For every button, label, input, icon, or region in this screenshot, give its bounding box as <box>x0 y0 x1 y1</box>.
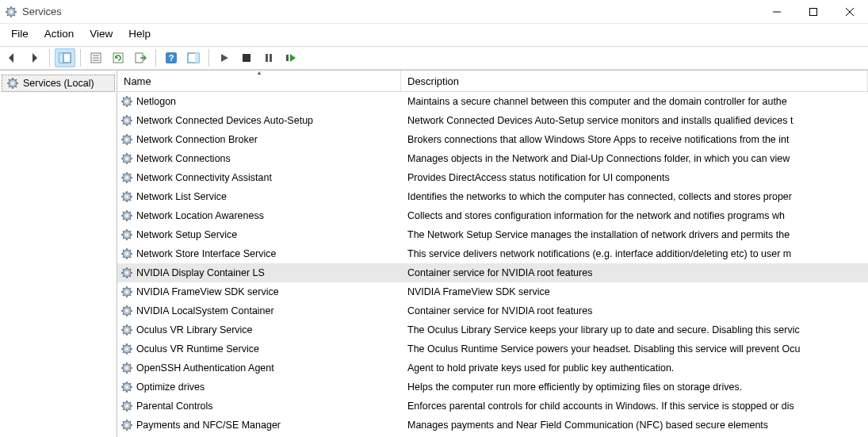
column-header-name[interactable]: ▴ Name <box>117 71 401 91</box>
show-hide-action-pane-button[interactable] <box>183 48 204 67</box>
service-row[interactable]: NetlogonMaintains a secure channel betwe… <box>117 92 868 111</box>
menu-file[interactable]: File <box>3 24 36 46</box>
toolbar: ? <box>0 46 868 70</box>
gear-icon <box>120 133 133 146</box>
service-description: Agent to hold private keys used for publ… <box>401 362 868 374</box>
service-row[interactable]: NVIDIA LocalSystem ContainerContainer se… <box>117 301 868 320</box>
service-name: Network Connectivity Assistant <box>136 172 272 183</box>
service-name: Network Connected Devices Auto-Setup <box>136 115 313 126</box>
service-description: Network Connected Devices Auto-Setup ser… <box>401 115 868 126</box>
column-header-description[interactable]: Description <box>401 71 868 91</box>
service-name: Network Setup Service <box>136 229 237 240</box>
titlebar: Services <box>0 0 868 24</box>
service-description: Manages payments and Near Field Communic… <box>401 420 868 431</box>
service-name: OpenSSH Authentication Agent <box>136 362 274 374</box>
app-gear-icon <box>5 6 17 18</box>
service-row[interactable]: Payments and NFC/SE ManagerManages payme… <box>117 416 868 435</box>
service-row[interactable]: Optimize drivesHelps the computer run mo… <box>117 378 868 397</box>
service-description: The Oculus Library Service keeps your li… <box>401 324 868 335</box>
service-description: The Oculus Runtime Service powers your h… <box>401 343 868 355</box>
service-row[interactable]: Oculus VR Library ServiceThe Oculus Libr… <box>117 320 868 339</box>
service-row[interactable]: Oculus VR Runtime ServiceThe Oculus Runt… <box>117 339 868 358</box>
gear-icon <box>120 343 133 355</box>
gear-icon <box>120 400 133 412</box>
gear-icon <box>120 95 133 108</box>
pause-svc-button[interactable] <box>258 48 279 67</box>
tree-item-services-local[interactable]: Services (Local) <box>2 75 115 92</box>
help-button[interactable]: ? <box>161 48 182 67</box>
service-row[interactable]: Network Connectivity AssistantProvides D… <box>117 168 868 187</box>
service-name: Network Location Awareness <box>136 210 264 221</box>
service-row[interactable]: NVIDIA Display Container LSContainer ser… <box>117 263 868 282</box>
menu-help[interactable]: Help <box>120 24 159 46</box>
restart-svc-button[interactable] <box>281 48 301 67</box>
stop-svc-button[interactable] <box>236 48 257 67</box>
svg-text:?: ? <box>169 53 174 63</box>
service-name: NVIDIA LocalSystem Container <box>136 305 274 316</box>
svg-rect-26 <box>195 53 199 63</box>
close-button[interactable] <box>832 0 868 23</box>
service-description: Maintains a secure channel between this … <box>401 96 868 107</box>
sort-asc-icon: ▴ <box>258 71 261 76</box>
service-list[interactable]: NetlogonMaintains a secure channel betwe… <box>117 92 868 437</box>
service-description: Provides DirectAccess status notificatio… <box>401 172 868 183</box>
gear-icon <box>120 190 133 203</box>
service-name: NVIDIA FrameView SDK service <box>136 286 279 297</box>
service-row[interactable]: Network Connection BrokerBrokers connect… <box>117 130 868 149</box>
gear-icon <box>120 381 133 393</box>
menu-action[interactable]: Action <box>36 24 82 46</box>
service-row[interactable]: Parental ControlsEnforces parental contr… <box>117 397 868 416</box>
service-description: Collects and stores configuration inform… <box>401 210 868 221</box>
menubar: File Action View Help <box>0 24 868 46</box>
gear-icon <box>120 305 133 317</box>
service-description: Enforces parental controls for child acc… <box>401 401 868 412</box>
service-row[interactable]: Network ConnectionsManages objects in th… <box>117 149 868 168</box>
gear-icon <box>120 152 133 165</box>
svg-rect-29 <box>270 54 272 62</box>
service-name: Network List Service <box>136 191 227 202</box>
svg-rect-15 <box>59 53 63 63</box>
service-description: The Network Setup Service manages the in… <box>401 229 868 240</box>
minimize-button[interactable] <box>759 0 795 23</box>
forward-button[interactable] <box>24 48 44 67</box>
svg-rect-11 <box>810 8 817 15</box>
service-name: Network Connection Broker <box>136 134 258 145</box>
properties-button[interactable] <box>86 48 106 67</box>
list-header: ▴ Name Description <box>117 71 868 92</box>
gear-icon <box>120 114 133 127</box>
svg-rect-28 <box>266 54 268 62</box>
service-row[interactable]: NVIDIA FrameView SDK serviceNVIDIA Frame… <box>117 282 868 301</box>
service-name: Netlogon <box>136 96 176 107</box>
service-row[interactable]: Network Connected Devices Auto-SetupNetw… <box>117 111 868 130</box>
refresh-button[interactable] <box>108 48 128 67</box>
service-description: This service delivers network notificati… <box>401 248 868 259</box>
service-name: Oculus VR Runtime Service <box>136 343 259 355</box>
maximize-button[interactable] <box>795 0 832 23</box>
service-row[interactable]: Network Setup ServiceThe Network Setup S… <box>117 225 868 244</box>
back-button[interactable] <box>2 48 22 67</box>
svg-rect-27 <box>243 54 250 62</box>
show-hide-tree-button[interactable] <box>55 48 75 67</box>
gear-icon <box>6 77 19 90</box>
service-row[interactable]: Network List ServiceIdentifies the netwo… <box>117 187 868 206</box>
service-row[interactable]: Network Location AwarenessCollects and s… <box>117 206 868 225</box>
gear-icon <box>120 228 133 241</box>
export-list-button[interactable] <box>130 48 151 67</box>
start-svc-button[interactable] <box>214 48 235 67</box>
service-description: Brokers connections that allow Windows S… <box>401 134 868 145</box>
gear-icon <box>120 209 133 222</box>
gear-icon <box>120 171 133 184</box>
service-name: Payments and NFC/SE Manager <box>136 420 281 431</box>
service-row[interactable]: OpenSSH Authentication AgentAgent to hol… <box>117 358 868 378</box>
service-row[interactable]: Network Store Interface ServiceThis serv… <box>117 244 868 263</box>
list-pane: ▴ Name Description NetlogonMaintains a s… <box>117 71 868 437</box>
service-description: Identifies the networks to which the com… <box>401 191 868 202</box>
menu-view[interactable]: View <box>82 24 120 46</box>
gear-icon <box>120 286 133 298</box>
tree-pane: Services (Local) <box>0 71 117 437</box>
gear-icon <box>120 419 133 431</box>
gear-icon <box>120 266 133 279</box>
service-name: NVIDIA Display Container LS <box>136 267 265 278</box>
service-description: Container service for NVIDIA root featur… <box>401 267 868 278</box>
gear-icon <box>120 247 133 260</box>
